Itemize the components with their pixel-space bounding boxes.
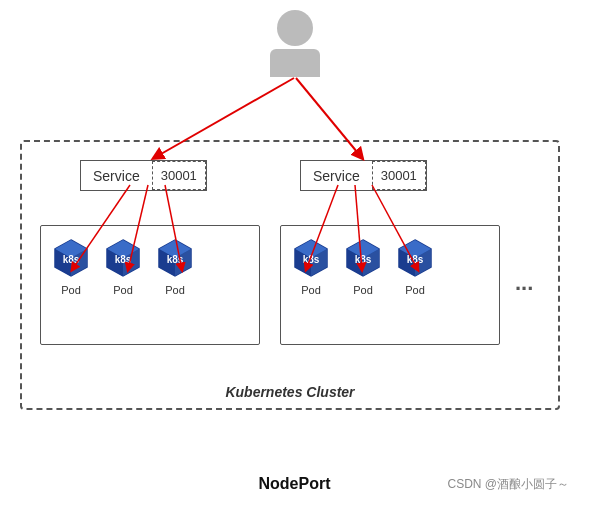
pod-label: Pod <box>301 284 321 296</box>
pod-cube-icon: k8s <box>49 236 93 280</box>
pod-label: Pod <box>405 284 425 296</box>
svg-text:k8s: k8s <box>63 254 80 265</box>
pod-cube-icon: k8s <box>101 236 145 280</box>
csdn-label: CSDN @酒酿小圆子～ <box>447 476 569 493</box>
service-left-label: Service <box>81 162 152 190</box>
pod-label: Pod <box>113 284 133 296</box>
pod-cube-icon: k8s <box>393 236 437 280</box>
user-head <box>277 10 313 46</box>
user-body <box>270 49 320 77</box>
cluster-label: Kubernetes Cluster <box>225 384 354 400</box>
service-right-box: Service 30001 <box>300 160 427 191</box>
service-right-label: Service <box>301 162 372 190</box>
pod-item: k8s Pod <box>393 236 437 296</box>
diagram-container: Kubernetes Cluster Service 30001 Service… <box>0 0 589 507</box>
pod-label: Pod <box>353 284 373 296</box>
dots-indicator: ... <box>515 270 533 296</box>
pod-label: Pod <box>165 284 185 296</box>
pod-item: k8s Pod <box>341 236 385 296</box>
svg-text:k8s: k8s <box>355 254 372 265</box>
pod-cube-icon: k8s <box>153 236 197 280</box>
svg-text:k8s: k8s <box>115 254 132 265</box>
pod-label: Pod <box>61 284 81 296</box>
pod-cube-icon: k8s <box>289 236 333 280</box>
service-right-port: 30001 <box>372 161 426 190</box>
pod-item: k8s Pod <box>289 236 333 296</box>
pod-item: k8s Pod <box>101 236 145 296</box>
svg-text:k8s: k8s <box>407 254 424 265</box>
pod-item: k8s Pod <box>49 236 93 296</box>
svg-text:k8s: k8s <box>167 254 184 265</box>
node-left-pods: k8s Pod k8s Pod <box>49 236 197 296</box>
node-right-box: k8s Pod k8s Pod <box>280 225 500 345</box>
node-left-box: k8s Pod k8s Pod <box>40 225 260 345</box>
service-left-box: Service 30001 <box>80 160 207 191</box>
user-icon <box>270 10 320 77</box>
pod-item: k8s Pod <box>153 236 197 296</box>
node-right-pods: k8s Pod k8s Pod <box>289 236 437 296</box>
svg-text:k8s: k8s <box>303 254 320 265</box>
service-left-port: 30001 <box>152 161 206 190</box>
nodeport-label: NodePort <box>259 475 331 493</box>
pod-cube-icon: k8s <box>341 236 385 280</box>
